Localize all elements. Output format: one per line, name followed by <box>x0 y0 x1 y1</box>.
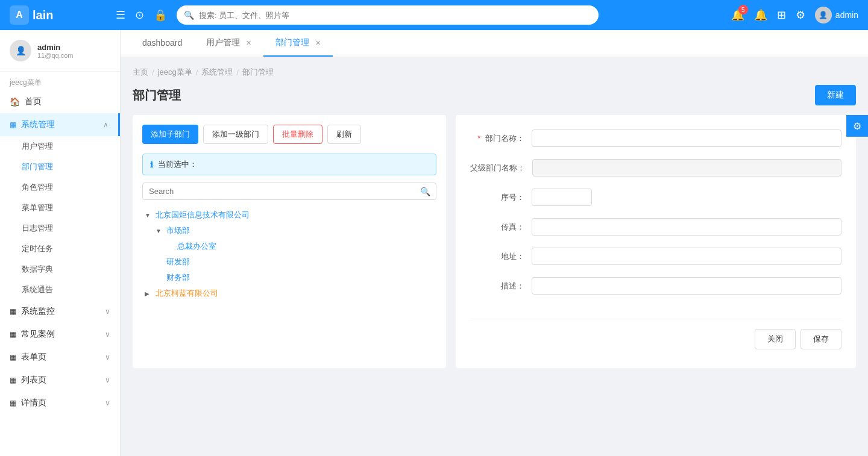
info-icon: ℹ <box>150 160 153 169</box>
sidebar-item-list-page[interactable]: ▦ 列表页 ∨ <box>0 369 120 392</box>
sidebar-item-detail-page[interactable]: ▦ 详情页 ∨ <box>0 392 120 414</box>
tab-dept-mgmt-close[interactable]: ✕ <box>315 39 321 47</box>
form-row-desc: 描述： <box>470 277 841 295</box>
sidebar-item-home[interactable]: 🏠 首页 <box>0 90 120 113</box>
header-right: 🔔 5 🔔 ⊞ ⚙ 👤 admin <box>731 7 858 23</box>
seq-input[interactable] <box>532 189 592 206</box>
form-row-fax: 传真： <box>470 218 841 236</box>
tree-label-rd: 研发部 <box>166 257 190 267</box>
tree-search-input[interactable] <box>142 183 436 200</box>
sidebar-user-info: admin 11@qq.com <box>37 43 73 59</box>
tree-label-office: 总裁办公室 <box>177 241 216 252</box>
user-info[interactable]: 👤 admin <box>815 7 858 23</box>
new-button[interactable]: 新建 <box>815 85 856 105</box>
add-sub-dept-button[interactable]: 添加子部门 <box>142 125 198 144</box>
info-bar-text: 当前选中： <box>158 159 197 170</box>
fax-input[interactable] <box>532 218 841 236</box>
tree-item-market[interactable]: ▼ 市场部 <box>153 223 436 239</box>
sidebar-home-label: 首页 <box>25 96 42 107</box>
close-button[interactable]: 关闭 <box>755 329 796 349</box>
examples-icon: ▦ <box>10 330 16 339</box>
sidebar-examples-label: 常见案例 <box>21 329 55 340</box>
grid-icon[interactable]: ⊞ <box>777 8 786 22</box>
form-page-expand-icon: ∨ <box>105 353 110 361</box>
sidebar-email: 11@qq.com <box>37 52 73 59</box>
menu-icon[interactable]: ☰ <box>116 8 125 22</box>
tab-user-mgmt-close[interactable]: ✕ <box>246 39 251 47</box>
form-row-seq: 序号： <box>470 189 841 206</box>
tree-item-company2[interactable]: ▶ 北京柯蓝有限公司 <box>142 286 436 301</box>
sidebar-item-user-mgmt[interactable]: 用户管理 <box>0 136 120 157</box>
batch-delete-button[interactable]: 批量删除 <box>273 125 322 144</box>
dept-name-input[interactable] <box>532 130 841 147</box>
settings-icon[interactable]: ⚙ <box>796 8 805 22</box>
sidebar-item-examples[interactable]: ▦ 常见案例 ∨ <box>0 323 120 346</box>
tab-dept-mgmt[interactable]: 部门管理 ✕ <box>263 30 333 57</box>
tree-search-wrap: 🔍 <box>142 183 436 200</box>
sidebar-item-form-page[interactable]: ▦ 表单页 ∨ <box>0 346 120 369</box>
lock-icon[interactable]: 🔒 <box>154 8 167 22</box>
sidebar-item-data-dict[interactable]: 数据字典 <box>0 259 120 280</box>
sidebar-form-page-label: 表单页 <box>21 352 46 363</box>
tree-arrow-market: ▼ <box>156 228 164 234</box>
breadcrumb-current: 部门管理 <box>242 67 274 78</box>
dept-tree: ▼ 北京国炬信息技术有限公司 ▼ 市场部 <box>142 207 436 301</box>
tree-item-finance[interactable]: 财务部 <box>153 270 436 286</box>
tree-item-company1[interactable]: ▼ 北京国炬信息技术有限公司 <box>142 207 436 223</box>
tree-arrow-finance <box>156 275 164 281</box>
breadcrumb-home[interactable]: 主页 <box>133 67 148 78</box>
panel-toolbar: 添加子部门 添加一级部门 批量删除 刷新 <box>142 125 436 144</box>
tree-arrow-rd <box>156 259 164 266</box>
sidebar-item-sys-notice[interactable]: 系统通告 <box>0 280 120 300</box>
tab-user-mgmt[interactable]: 用户管理 ✕ <box>194 30 263 57</box>
info-bar: ℹ 当前选中： <box>142 154 436 175</box>
github-icon[interactable]: ⊙ <box>135 8 144 22</box>
sidebar-item-scheduled-task[interactable]: 定时任务 <box>0 239 120 259</box>
parent-dept-input[interactable] <box>532 159 841 176</box>
notification-bell[interactable]: 🔔 5 <box>731 8 744 22</box>
save-button[interactable]: 保存 <box>800 329 841 349</box>
sidebar-detail-page-label: 详情页 <box>21 398 46 408</box>
tree-item-office[interactable]: 总裁办公室 <box>164 239 436 254</box>
desc-input[interactable] <box>532 277 841 295</box>
required-star: * <box>477 134 480 143</box>
alert-bell[interactable]: 🔔 <box>754 8 767 22</box>
address-input[interactable] <box>532 248 841 265</box>
sidebar-item-dept-mgmt[interactable]: 部门管理 <box>0 157 120 177</box>
form-actions: 关闭 保存 <box>470 319 841 349</box>
add-top-dept-button[interactable]: 添加一级部门 <box>203 125 268 144</box>
detail-page-icon: ▦ <box>10 399 16 407</box>
breadcrumb-sep3: / <box>236 68 239 77</box>
avatar: 👤 <box>815 7 832 23</box>
sidebar-item-menu-mgmt[interactable]: 菜单管理 <box>0 198 120 218</box>
breadcrumb-system[interactable]: 系统管理 <box>201 67 233 78</box>
list-page-icon: ▦ <box>10 376 16 384</box>
tree-arrow-office <box>166 243 175 250</box>
tab-dashboard[interactable]: dashboard <box>130 30 194 57</box>
tree-children-company1: ▼ 市场部 总裁办公室 <box>142 223 436 286</box>
system-icon: ▦ <box>10 120 16 129</box>
form-page-icon: ▦ <box>10 353 16 361</box>
search-bar: 🔍 <box>177 5 599 25</box>
settings-panel-button[interactable]: ⚙ <box>846 115 868 137</box>
sidebar-item-role-mgmt[interactable]: 角色管理 <box>0 177 120 198</box>
tree-search-icon: 🔍 <box>420 187 430 196</box>
tree-arrow-company1: ▼ <box>145 212 153 219</box>
page-title: 部门管理 <box>133 87 181 104</box>
breadcrumb-jeecg[interactable]: jeecg菜单 <box>158 67 192 78</box>
right-panel: ⚙ * 部门名称： 父级部门名称： 序号： <box>456 115 856 368</box>
tree-item-rd[interactable]: 研发部 <box>153 254 436 270</box>
list-page-expand-icon: ∨ <box>105 376 110 384</box>
address-label: 地址： <box>470 251 524 262</box>
logo: A lain <box>10 5 106 25</box>
sidebar-item-system[interactable]: ▦ 系统管理 ∧ <box>0 113 120 136</box>
sidebar-item-log-mgmt[interactable]: 日志管理 <box>0 218 120 239</box>
logo-icon: A <box>10 5 29 25</box>
form-row-dept-name: * 部门名称： <box>470 130 841 147</box>
form-row-address: 地址： <box>470 248 841 265</box>
parent-dept-label: 父级部门名称： <box>470 163 525 173</box>
sidebar-item-monitor[interactable]: ▦ 系统监控 ∨ <box>0 300 120 323</box>
search-input[interactable] <box>199 11 591 20</box>
sidebar-user: 👤 admin 11@qq.com <box>0 30 120 72</box>
refresh-button[interactable]: 刷新 <box>327 125 361 144</box>
